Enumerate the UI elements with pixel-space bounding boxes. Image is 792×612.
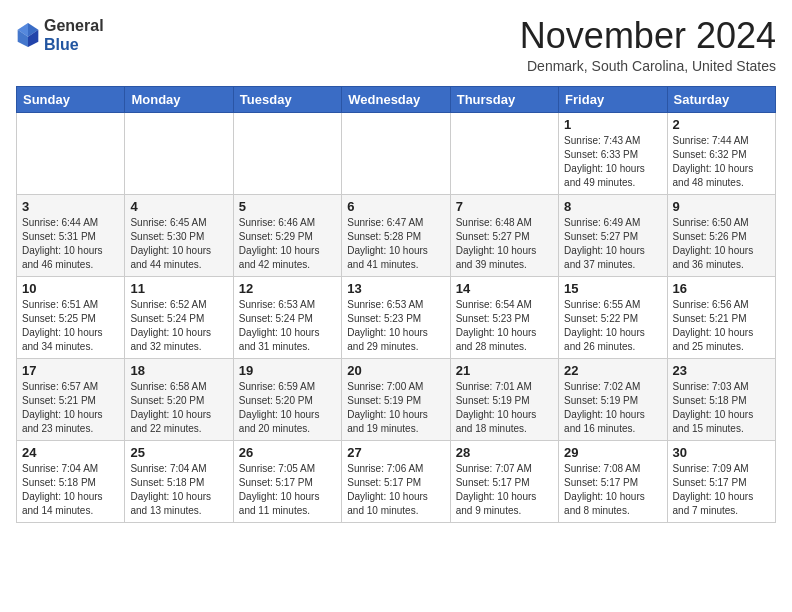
title-block: November 2024 Denmark, South Carolina, U… bbox=[520, 16, 776, 74]
calendar-cell: 3Sunrise: 6:44 AM Sunset: 5:31 PM Daylig… bbox=[17, 194, 125, 276]
day-info: Sunrise: 7:03 AM Sunset: 5:18 PM Dayligh… bbox=[673, 380, 770, 436]
calendar-week-row: 1Sunrise: 7:43 AM Sunset: 6:33 PM Daylig… bbox=[17, 112, 776, 194]
day-info: Sunrise: 7:08 AM Sunset: 5:17 PM Dayligh… bbox=[564, 462, 661, 518]
calendar-cell: 23Sunrise: 7:03 AM Sunset: 5:18 PM Dayli… bbox=[667, 358, 775, 440]
weekday-header: Wednesday bbox=[342, 86, 450, 112]
weekday-header: Tuesday bbox=[233, 86, 341, 112]
day-info: Sunrise: 7:04 AM Sunset: 5:18 PM Dayligh… bbox=[130, 462, 227, 518]
day-info: Sunrise: 6:58 AM Sunset: 5:20 PM Dayligh… bbox=[130, 380, 227, 436]
day-number: 13 bbox=[347, 281, 444, 296]
calendar-cell: 14Sunrise: 6:54 AM Sunset: 5:23 PM Dayli… bbox=[450, 276, 558, 358]
day-info: Sunrise: 7:44 AM Sunset: 6:32 PM Dayligh… bbox=[673, 134, 770, 190]
day-number: 16 bbox=[673, 281, 770, 296]
day-info: Sunrise: 6:46 AM Sunset: 5:29 PM Dayligh… bbox=[239, 216, 336, 272]
day-number: 21 bbox=[456, 363, 553, 378]
month-title: November 2024 bbox=[520, 16, 776, 56]
day-info: Sunrise: 7:07 AM Sunset: 5:17 PM Dayligh… bbox=[456, 462, 553, 518]
calendar-week-row: 3Sunrise: 6:44 AM Sunset: 5:31 PM Daylig… bbox=[17, 194, 776, 276]
weekday-header: Monday bbox=[125, 86, 233, 112]
page: General Blue November 2024 Denmark, Sout… bbox=[0, 0, 792, 533]
calendar-cell bbox=[233, 112, 341, 194]
calendar-cell: 18Sunrise: 6:58 AM Sunset: 5:20 PM Dayli… bbox=[125, 358, 233, 440]
calendar-week-row: 17Sunrise: 6:57 AM Sunset: 5:21 PM Dayli… bbox=[17, 358, 776, 440]
calendar-cell bbox=[17, 112, 125, 194]
day-number: 17 bbox=[22, 363, 119, 378]
day-number: 25 bbox=[130, 445, 227, 460]
day-number: 30 bbox=[673, 445, 770, 460]
calendar-cell: 1Sunrise: 7:43 AM Sunset: 6:33 PM Daylig… bbox=[559, 112, 667, 194]
day-info: Sunrise: 7:06 AM Sunset: 5:17 PM Dayligh… bbox=[347, 462, 444, 518]
day-number: 12 bbox=[239, 281, 336, 296]
calendar-cell: 12Sunrise: 6:53 AM Sunset: 5:24 PM Dayli… bbox=[233, 276, 341, 358]
calendar-header-row: SundayMondayTuesdayWednesdayThursdayFrid… bbox=[17, 86, 776, 112]
logo-blue: Blue bbox=[44, 35, 104, 54]
weekday-header: Thursday bbox=[450, 86, 558, 112]
calendar-cell: 7Sunrise: 6:48 AM Sunset: 5:27 PM Daylig… bbox=[450, 194, 558, 276]
day-number: 14 bbox=[456, 281, 553, 296]
day-number: 4 bbox=[130, 199, 227, 214]
calendar-cell: 24Sunrise: 7:04 AM Sunset: 5:18 PM Dayli… bbox=[17, 440, 125, 522]
day-number: 8 bbox=[564, 199, 661, 214]
calendar-week-row: 10Sunrise: 6:51 AM Sunset: 5:25 PM Dayli… bbox=[17, 276, 776, 358]
day-number: 6 bbox=[347, 199, 444, 214]
day-info: Sunrise: 7:02 AM Sunset: 5:19 PM Dayligh… bbox=[564, 380, 661, 436]
day-info: Sunrise: 6:47 AM Sunset: 5:28 PM Dayligh… bbox=[347, 216, 444, 272]
day-info: Sunrise: 7:00 AM Sunset: 5:19 PM Dayligh… bbox=[347, 380, 444, 436]
day-info: Sunrise: 6:53 AM Sunset: 5:24 PM Dayligh… bbox=[239, 298, 336, 354]
day-info: Sunrise: 7:04 AM Sunset: 5:18 PM Dayligh… bbox=[22, 462, 119, 518]
calendar-cell: 2Sunrise: 7:44 AM Sunset: 6:32 PM Daylig… bbox=[667, 112, 775, 194]
day-info: Sunrise: 6:45 AM Sunset: 5:30 PM Dayligh… bbox=[130, 216, 227, 272]
day-number: 29 bbox=[564, 445, 661, 460]
day-info: Sunrise: 7:09 AM Sunset: 5:17 PM Dayligh… bbox=[673, 462, 770, 518]
day-info: Sunrise: 6:55 AM Sunset: 5:22 PM Dayligh… bbox=[564, 298, 661, 354]
day-info: Sunrise: 6:44 AM Sunset: 5:31 PM Dayligh… bbox=[22, 216, 119, 272]
day-info: Sunrise: 6:50 AM Sunset: 5:26 PM Dayligh… bbox=[673, 216, 770, 272]
calendar-cell: 13Sunrise: 6:53 AM Sunset: 5:23 PM Dayli… bbox=[342, 276, 450, 358]
logo-general: General bbox=[44, 16, 104, 35]
calendar-cell: 11Sunrise: 6:52 AM Sunset: 5:24 PM Dayli… bbox=[125, 276, 233, 358]
day-number: 9 bbox=[673, 199, 770, 214]
weekday-header: Saturday bbox=[667, 86, 775, 112]
calendar-cell: 19Sunrise: 6:59 AM Sunset: 5:20 PM Dayli… bbox=[233, 358, 341, 440]
day-number: 11 bbox=[130, 281, 227, 296]
day-info: Sunrise: 7:01 AM Sunset: 5:19 PM Dayligh… bbox=[456, 380, 553, 436]
day-info: Sunrise: 6:51 AM Sunset: 5:25 PM Dayligh… bbox=[22, 298, 119, 354]
calendar-cell bbox=[342, 112, 450, 194]
calendar-cell bbox=[125, 112, 233, 194]
day-number: 3 bbox=[22, 199, 119, 214]
day-number: 5 bbox=[239, 199, 336, 214]
calendar-cell: 15Sunrise: 6:55 AM Sunset: 5:22 PM Dayli… bbox=[559, 276, 667, 358]
calendar-cell: 21Sunrise: 7:01 AM Sunset: 5:19 PM Dayli… bbox=[450, 358, 558, 440]
calendar-table: SundayMondayTuesdayWednesdayThursdayFrid… bbox=[16, 86, 776, 523]
calendar-cell: 20Sunrise: 7:00 AM Sunset: 5:19 PM Dayli… bbox=[342, 358, 450, 440]
day-number: 24 bbox=[22, 445, 119, 460]
calendar-cell: 17Sunrise: 6:57 AM Sunset: 5:21 PM Dayli… bbox=[17, 358, 125, 440]
day-number: 2 bbox=[673, 117, 770, 132]
calendar-cell: 16Sunrise: 6:56 AM Sunset: 5:21 PM Dayli… bbox=[667, 276, 775, 358]
logo: General Blue bbox=[16, 16, 104, 54]
day-number: 20 bbox=[347, 363, 444, 378]
day-number: 1 bbox=[564, 117, 661, 132]
location: Denmark, South Carolina, United States bbox=[520, 58, 776, 74]
calendar-cell: 4Sunrise: 6:45 AM Sunset: 5:30 PM Daylig… bbox=[125, 194, 233, 276]
day-number: 27 bbox=[347, 445, 444, 460]
logo-text: General Blue bbox=[44, 16, 104, 54]
day-info: Sunrise: 6:48 AM Sunset: 5:27 PM Dayligh… bbox=[456, 216, 553, 272]
day-info: Sunrise: 6:54 AM Sunset: 5:23 PM Dayligh… bbox=[456, 298, 553, 354]
calendar-cell: 25Sunrise: 7:04 AM Sunset: 5:18 PM Dayli… bbox=[125, 440, 233, 522]
calendar-cell: 27Sunrise: 7:06 AM Sunset: 5:17 PM Dayli… bbox=[342, 440, 450, 522]
calendar-cell: 22Sunrise: 7:02 AM Sunset: 5:19 PM Dayli… bbox=[559, 358, 667, 440]
calendar-cell: 26Sunrise: 7:05 AM Sunset: 5:17 PM Dayli… bbox=[233, 440, 341, 522]
weekday-header: Sunday bbox=[17, 86, 125, 112]
logo-icon bbox=[16, 21, 40, 49]
day-info: Sunrise: 6:56 AM Sunset: 5:21 PM Dayligh… bbox=[673, 298, 770, 354]
day-number: 26 bbox=[239, 445, 336, 460]
calendar-week-row: 24Sunrise: 7:04 AM Sunset: 5:18 PM Dayli… bbox=[17, 440, 776, 522]
day-number: 22 bbox=[564, 363, 661, 378]
header: General Blue November 2024 Denmark, Sout… bbox=[16, 16, 776, 74]
calendar-cell: 28Sunrise: 7:07 AM Sunset: 5:17 PM Dayli… bbox=[450, 440, 558, 522]
day-info: Sunrise: 6:49 AM Sunset: 5:27 PM Dayligh… bbox=[564, 216, 661, 272]
calendar-cell: 9Sunrise: 6:50 AM Sunset: 5:26 PM Daylig… bbox=[667, 194, 775, 276]
day-info: Sunrise: 7:05 AM Sunset: 5:17 PM Dayligh… bbox=[239, 462, 336, 518]
day-number: 15 bbox=[564, 281, 661, 296]
